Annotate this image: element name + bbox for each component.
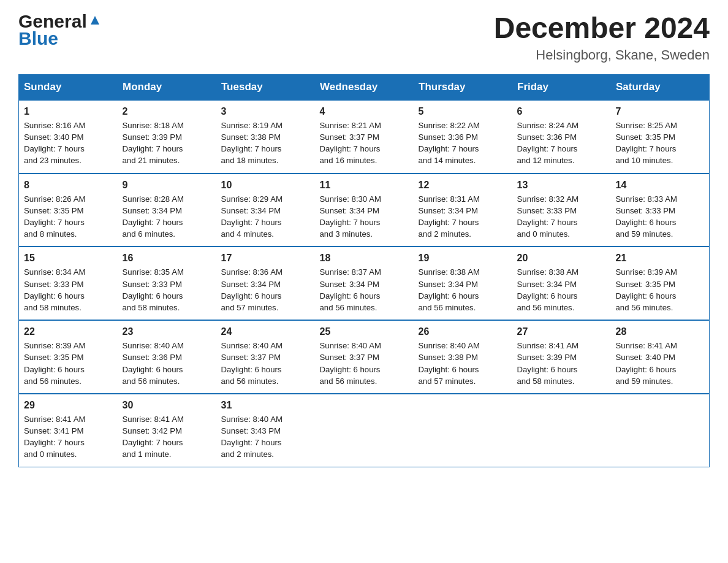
day-number: 18 bbox=[320, 251, 409, 265]
day-number: 23 bbox=[123, 324, 211, 339]
day-number: 17 bbox=[221, 251, 310, 265]
day-info: Sunrise: 8:40 AMSunset: 3:43 PMDaylight:… bbox=[221, 413, 310, 461]
day-number: 19 bbox=[419, 251, 507, 265]
calendar-header-row: Sunday Monday Tuesday Wednesday Thursday… bbox=[19, 74, 710, 100]
svg-marker-0 bbox=[91, 16, 99, 25]
day-number: 24 bbox=[221, 324, 310, 339]
day-info: Sunrise: 8:18 AMSunset: 3:39 PMDaylight:… bbox=[123, 120, 211, 167]
day-info: Sunrise: 8:28 AMSunset: 3:34 PMDaylight:… bbox=[123, 193, 211, 240]
calendar-cell-w3-d6: 20Sunrise: 8:38 AMSunset: 3:34 PMDayligh… bbox=[512, 247, 611, 320]
calendar-cell-w5-d5 bbox=[414, 394, 512, 467]
col-monday: Monday bbox=[118, 74, 216, 100]
day-number: 16 bbox=[123, 251, 211, 265]
calendar-cell-w3-d4: 18Sunrise: 8:37 AMSunset: 3:34 PMDayligh… bbox=[315, 247, 414, 320]
day-number: 8 bbox=[24, 178, 113, 192]
page-header: General Blue December 2024 Helsingborg, … bbox=[18, 12, 710, 63]
calendar-cell-w3-d1: 15Sunrise: 8:34 AMSunset: 3:33 PMDayligh… bbox=[19, 247, 118, 320]
day-number: 25 bbox=[320, 324, 409, 339]
day-number: 6 bbox=[517, 104, 606, 118]
day-number: 11 bbox=[320, 178, 409, 192]
calendar-cell-w4-d2: 23Sunrise: 8:40 AMSunset: 3:36 PMDayligh… bbox=[118, 320, 216, 394]
calendar-cell-w4-d6: 27Sunrise: 8:41 AMSunset: 3:39 PMDayligh… bbox=[512, 320, 611, 394]
day-info: Sunrise: 8:31 AMSunset: 3:34 PMDaylight:… bbox=[419, 193, 507, 240]
day-info: Sunrise: 8:37 AMSunset: 3:34 PMDaylight:… bbox=[320, 266, 409, 313]
calendar-cell-w5-d2: 30Sunrise: 8:41 AMSunset: 3:42 PMDayligh… bbox=[118, 394, 216, 467]
day-info: Sunrise: 8:41 AMSunset: 3:42 PMDaylight:… bbox=[123, 413, 211, 461]
calendar-cell-w4-d7: 28Sunrise: 8:41 AMSunset: 3:40 PMDayligh… bbox=[611, 320, 710, 394]
calendar-cell-w2-d7: 14Sunrise: 8:33 AMSunset: 3:33 PMDayligh… bbox=[611, 174, 710, 247]
day-info: Sunrise: 8:39 AMSunset: 3:35 PMDaylight:… bbox=[24, 340, 113, 387]
day-number: 27 bbox=[517, 324, 606, 339]
calendar-cell-w3-d5: 19Sunrise: 8:38 AMSunset: 3:34 PMDayligh… bbox=[414, 247, 512, 320]
logo-blue-text: Blue bbox=[18, 28, 58, 49]
day-number: 26 bbox=[419, 324, 507, 339]
calendar-cell-w4-d5: 26Sunrise: 8:40 AMSunset: 3:38 PMDayligh… bbox=[414, 320, 512, 394]
day-number: 3 bbox=[221, 104, 310, 118]
col-tuesday: Tuesday bbox=[216, 74, 315, 100]
day-info: Sunrise: 8:40 AMSunset: 3:37 PMDaylight:… bbox=[221, 340, 310, 387]
day-number: 10 bbox=[221, 178, 310, 192]
calendar-cell-w2-d6: 13Sunrise: 8:32 AMSunset: 3:33 PMDayligh… bbox=[512, 174, 611, 247]
col-friday: Friday bbox=[512, 74, 611, 100]
logo-triangle-icon bbox=[88, 13, 102, 27]
day-number: 21 bbox=[616, 251, 705, 265]
calendar-cell-w4-d1: 22Sunrise: 8:39 AMSunset: 3:35 PMDayligh… bbox=[19, 320, 118, 394]
day-info: Sunrise: 8:21 AMSunset: 3:37 PMDaylight:… bbox=[320, 120, 409, 167]
day-number: 14 bbox=[616, 178, 705, 192]
day-info: Sunrise: 8:30 AMSunset: 3:34 PMDaylight:… bbox=[320, 193, 409, 240]
day-info: Sunrise: 8:36 AMSunset: 3:34 PMDaylight:… bbox=[221, 266, 310, 313]
day-number: 15 bbox=[24, 251, 113, 265]
col-thursday: Thursday bbox=[414, 74, 512, 100]
col-saturday: Saturday bbox=[611, 74, 710, 100]
day-info: Sunrise: 8:25 AMSunset: 3:35 PMDaylight:… bbox=[616, 120, 705, 167]
day-info: Sunrise: 8:24 AMSunset: 3:36 PMDaylight:… bbox=[517, 120, 606, 167]
calendar-cell-w1-d2: 2Sunrise: 8:18 AMSunset: 3:39 PMDaylight… bbox=[118, 100, 216, 174]
day-info: Sunrise: 8:41 AMSunset: 3:41 PMDaylight:… bbox=[24, 413, 113, 461]
day-info: Sunrise: 8:38 AMSunset: 3:34 PMDaylight:… bbox=[517, 266, 606, 313]
calendar-cell-w1-d7: 7Sunrise: 8:25 AMSunset: 3:35 PMDaylight… bbox=[611, 100, 710, 174]
day-info: Sunrise: 8:19 AMSunset: 3:38 PMDaylight:… bbox=[221, 120, 310, 167]
calendar-table: Sunday Monday Tuesday Wednesday Thursday… bbox=[18, 74, 710, 467]
day-number: 2 bbox=[123, 104, 211, 118]
day-number: 20 bbox=[517, 251, 606, 265]
calendar-cell-w2-d2: 9Sunrise: 8:28 AMSunset: 3:34 PMDaylight… bbox=[118, 174, 216, 247]
day-number: 29 bbox=[24, 398, 113, 412]
calendar-cell-w5-d6 bbox=[512, 394, 611, 467]
day-number: 30 bbox=[123, 398, 211, 412]
calendar-cell-w1-d3: 3Sunrise: 8:19 AMSunset: 3:38 PMDaylight… bbox=[216, 100, 315, 174]
day-info: Sunrise: 8:41 AMSunset: 3:40 PMDaylight:… bbox=[616, 340, 705, 387]
calendar-cell-w5-d3: 31Sunrise: 8:40 AMSunset: 3:43 PMDayligh… bbox=[216, 394, 315, 467]
calendar-cell-w3-d2: 16Sunrise: 8:35 AMSunset: 3:33 PMDayligh… bbox=[118, 247, 216, 320]
day-number: 7 bbox=[616, 104, 705, 118]
day-number: 4 bbox=[320, 104, 409, 118]
day-number: 12 bbox=[419, 178, 507, 192]
day-info: Sunrise: 8:39 AMSunset: 3:35 PMDaylight:… bbox=[616, 266, 705, 313]
day-number: 28 bbox=[616, 324, 705, 339]
day-info: Sunrise: 8:33 AMSunset: 3:33 PMDaylight:… bbox=[616, 193, 705, 240]
logo: General Blue bbox=[18, 12, 102, 49]
col-wednesday: Wednesday bbox=[315, 74, 414, 100]
calendar-cell-w1-d5: 5Sunrise: 8:22 AMSunset: 3:36 PMDaylight… bbox=[414, 100, 512, 174]
day-number: 31 bbox=[221, 398, 310, 412]
day-info: Sunrise: 8:29 AMSunset: 3:34 PMDaylight:… bbox=[221, 193, 310, 240]
col-sunday: Sunday bbox=[19, 74, 118, 100]
day-info: Sunrise: 8:41 AMSunset: 3:39 PMDaylight:… bbox=[517, 340, 606, 387]
location-subtitle: Helsingborg, Skane, Sweden bbox=[494, 47, 710, 63]
day-info: Sunrise: 8:26 AMSunset: 3:35 PMDaylight:… bbox=[24, 193, 113, 240]
day-info: Sunrise: 8:40 AMSunset: 3:37 PMDaylight:… bbox=[320, 340, 409, 387]
day-info: Sunrise: 8:32 AMSunset: 3:33 PMDaylight:… bbox=[517, 193, 606, 240]
calendar-week-3: 15Sunrise: 8:34 AMSunset: 3:33 PMDayligh… bbox=[19, 247, 710, 320]
calendar-cell-w1-d4: 4Sunrise: 8:21 AMSunset: 3:37 PMDaylight… bbox=[315, 100, 414, 174]
calendar-cell-w2-d5: 12Sunrise: 8:31 AMSunset: 3:34 PMDayligh… bbox=[414, 174, 512, 247]
calendar-cell-w3-d3: 17Sunrise: 8:36 AMSunset: 3:34 PMDayligh… bbox=[216, 247, 315, 320]
day-info: Sunrise: 8:34 AMSunset: 3:33 PMDaylight:… bbox=[24, 266, 113, 313]
calendar-cell-w2-d1: 8Sunrise: 8:26 AMSunset: 3:35 PMDaylight… bbox=[19, 174, 118, 247]
calendar-cell-w1-d1: 1Sunrise: 8:16 AMSunset: 3:40 PMDaylight… bbox=[19, 100, 118, 174]
day-number: 13 bbox=[517, 178, 606, 192]
calendar-cell-w2-d4: 11Sunrise: 8:30 AMSunset: 3:34 PMDayligh… bbox=[315, 174, 414, 247]
day-info: Sunrise: 8:35 AMSunset: 3:33 PMDaylight:… bbox=[123, 266, 211, 313]
day-info: Sunrise: 8:40 AMSunset: 3:38 PMDaylight:… bbox=[419, 340, 507, 387]
calendar-week-2: 8Sunrise: 8:26 AMSunset: 3:35 PMDaylight… bbox=[19, 174, 710, 247]
calendar-cell-w4-d4: 25Sunrise: 8:40 AMSunset: 3:37 PMDayligh… bbox=[315, 320, 414, 394]
calendar-week-4: 22Sunrise: 8:39 AMSunset: 3:35 PMDayligh… bbox=[19, 320, 710, 394]
